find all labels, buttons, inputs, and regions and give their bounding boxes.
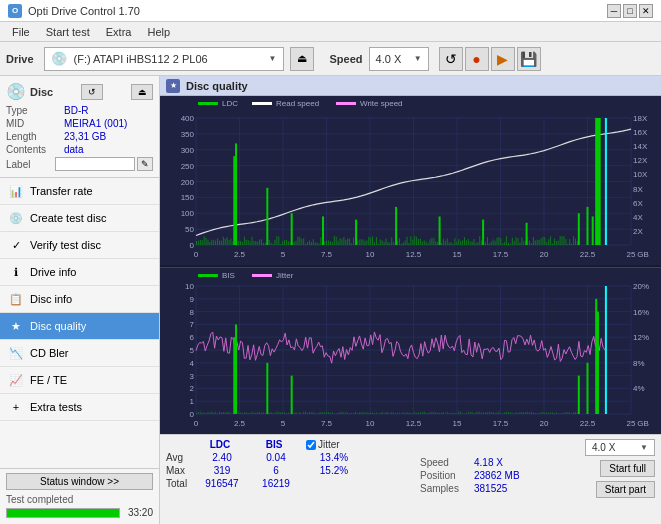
window-controls: ─ □ ✕ <box>607 4 653 18</box>
toolbar-btn-save[interactable]: 💾 <box>517 47 541 71</box>
progress-bar-fill <box>7 509 119 517</box>
drivebar: Drive 💿 (F:) ATAPI iHBS112 2 PL06 ▼ ⏏ Sp… <box>0 42 661 76</box>
toolbar-icons: ↺ ● ▶ 💾 <box>439 47 541 71</box>
start-part-button[interactable]: Start part <box>596 481 655 498</box>
test-speed-value: 4.0 X <box>592 442 640 453</box>
sidebar-item-cd-bler[interactable]: 📉 CD Bler <box>0 340 159 367</box>
titlebar: O Opti Drive Control 1.70 ─ □ ✕ <box>0 0 661 22</box>
sidebar: 💿 Disc ↺ ⏏ Type BD-R MID MEIRA1 (001) Le… <box>0 76 160 524</box>
drive-select[interactable]: 💿 (F:) ATAPI iHBS112 2 PL06 ▼ <box>44 47 284 71</box>
disc-refresh-button[interactable]: ↺ <box>81 84 103 100</box>
sidebar-item-extra-tests[interactable]: + Extra tests <box>0 394 159 421</box>
status-window-button[interactable]: Status window >> <box>6 473 153 490</box>
start-full-button[interactable]: Start full <box>600 460 655 477</box>
main-layout: 💿 Disc ↺ ⏏ Type BD-R MID MEIRA1 (001) Le… <box>0 76 661 524</box>
sidebar-item-label: Drive info <box>30 266 76 278</box>
sidebar-item-create-test-disc[interactable]: 💿 Create test disc <box>0 205 159 232</box>
sidebar-item-drive-info[interactable]: ℹ Drive info <box>0 259 159 286</box>
menu-help[interactable]: Help <box>139 24 178 40</box>
total-ldc: 916547 <box>196 478 248 489</box>
status-bar: Status window >> Test completed 33:20 <box>0 468 159 524</box>
speed-label: Speed <box>330 53 363 65</box>
disc-type-label: Type <box>6 105 64 116</box>
position-value: 23862 MB <box>474 470 520 481</box>
avg-label: Avg <box>166 452 194 463</box>
titlebar-left: O Opti Drive Control 1.70 <box>8 4 140 18</box>
speed-value: 4.0 X <box>376 53 412 65</box>
disc-contents-field: Contents data <box>6 144 153 155</box>
disc-type-value: BD-R <box>64 105 88 116</box>
stats-avg-row: Avg 2.40 0.04 13.4% <box>166 452 406 463</box>
sidebar-item-label: Disc info <box>30 293 72 305</box>
status-time: 33:20 <box>128 507 153 518</box>
sidebar-item-fe-te[interactable]: 📈 FE / TE <box>0 367 159 394</box>
menu-file[interactable]: File <box>4 24 38 40</box>
sidebar-item-verify-test-disc[interactable]: ✓ Verify test disc <box>0 232 159 259</box>
menubar: File Start test Extra Help <box>0 22 661 42</box>
disc-label-input[interactable] <box>55 157 135 171</box>
toolbar-btn-1[interactable]: ↺ <box>439 47 463 71</box>
ldc-chart-canvas <box>160 96 661 265</box>
avg-bis: 0.04 <box>250 452 302 463</box>
speed-avg-row: Speed 4.18 X <box>420 457 550 468</box>
menu-extra[interactable]: Extra <box>98 24 140 40</box>
speed-select[interactable]: 4.0 X ▼ <box>369 47 429 71</box>
sidebar-item-label: Disc quality <box>30 320 86 332</box>
fe-te-icon: 📈 <box>8 372 24 388</box>
create-test-disc-icon: 💿 <box>8 210 24 226</box>
chart-top <box>160 96 661 268</box>
app-icon: O <box>8 4 22 18</box>
right-content: ★ Disc quality LDC BIS <box>160 76 661 524</box>
avg-ldc: 2.40 <box>196 452 248 463</box>
eject-button[interactable]: ⏏ <box>290 47 314 71</box>
sidebar-item-disc-info[interactable]: 📋 Disc info <box>0 286 159 313</box>
close-button[interactable]: ✕ <box>639 4 653 18</box>
stats-max-row: Max 319 6 15.2% <box>166 465 406 476</box>
toolbar-btn-2[interactable]: ● <box>465 47 489 71</box>
toolbar-btn-3[interactable]: ▶ <box>491 47 515 71</box>
transfer-rate-icon: 📊 <box>8 183 24 199</box>
max-label: Max <box>166 465 194 476</box>
jitter-checkbox[interactable] <box>306 440 316 450</box>
disc-mid-label: MID <box>6 118 64 129</box>
sidebar-item-label: Extra tests <box>30 401 82 413</box>
drive-select-text: (F:) ATAPI iHBS112 2 PL06 <box>74 53 265 65</box>
disc-label-edit-button[interactable]: ✎ <box>137 157 153 171</box>
sidebar-item-label: CD Bler <box>30 347 69 359</box>
sidebar-item-label: FE / TE <box>30 374 67 386</box>
disc-quality-icon: ★ <box>8 318 24 334</box>
disc-label-row: Label ✎ <box>6 157 153 171</box>
drive-label: Drive <box>6 53 34 65</box>
disc-section-label: Disc <box>30 86 53 98</box>
total-label: Total <box>166 478 194 489</box>
max-ldc: 319 <box>196 465 248 476</box>
sidebar-item-label: Create test disc <box>30 212 106 224</box>
menu-start-test[interactable]: Start test <box>38 24 98 40</box>
max-jitter: 15.2% <box>304 465 364 476</box>
sidebar-item-disc-quality[interactable]: ★ Disc quality <box>0 313 159 340</box>
nav-items: 📊 Transfer rate 💿 Create test disc ✓ Ver… <box>0 178 159 468</box>
sidebar-item-transfer-rate[interactable]: 📊 Transfer rate <box>0 178 159 205</box>
extra-tests-icon: + <box>8 399 24 415</box>
samples-row: Samples 381525 <box>420 483 550 494</box>
minimize-button[interactable]: ─ <box>607 4 621 18</box>
disc-length-value: 23,31 GB <box>64 131 106 142</box>
disc-eject-button[interactable]: ⏏ <box>131 84 153 100</box>
speed-avg-key: Speed <box>420 457 470 468</box>
sidebar-item-label: Transfer rate <box>30 185 93 197</box>
jitter-label: Jitter <box>318 439 340 450</box>
stats-total-row: Total 916547 16219 <box>166 478 406 489</box>
disc-contents-label: Contents <box>6 144 64 155</box>
status-row: Test completed <box>6 494 153 505</box>
avg-jitter: 13.4% <box>304 452 364 463</box>
disc-quality-title: Disc quality <box>186 80 248 92</box>
maximize-button[interactable]: □ <box>623 4 637 18</box>
test-speed-select[interactable]: 4.0 X ▼ <box>585 439 655 456</box>
sidebar-item-label: Verify test disc <box>30 239 101 251</box>
disc-type-field: Type BD-R <box>6 105 153 116</box>
progress-bar <box>6 508 120 518</box>
samples-value: 381525 <box>474 483 507 494</box>
disc-length-field: Length 23,31 GB <box>6 131 153 142</box>
stats-header-bis: BIS <box>248 439 300 450</box>
app-title: Opti Drive Control 1.70 <box>28 5 140 17</box>
